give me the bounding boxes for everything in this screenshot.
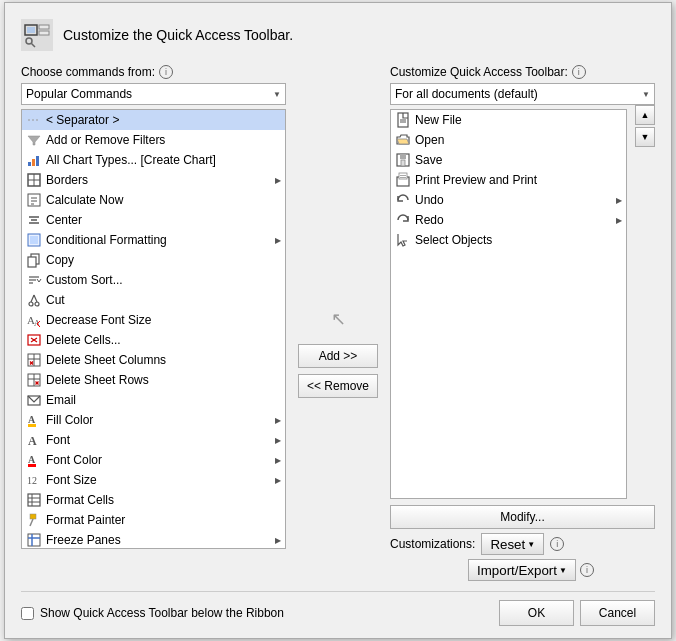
- undo-icon: [395, 192, 411, 208]
- right-info-icon[interactable]: i: [572, 65, 586, 79]
- right-list-item-redo[interactable]: Redo▶: [391, 210, 626, 230]
- center-icon: [26, 212, 42, 228]
- list-item-delete-cells[interactable]: Delete Cells...: [22, 330, 285, 350]
- right-dropdown[interactable]: For all documents (default) ▼: [390, 83, 655, 105]
- move-up-button[interactable]: ▲: [635, 105, 655, 125]
- list-item-text-separator: < Separator >: [46, 113, 281, 127]
- right-list-item-select-objects[interactable]: Select Objects: [391, 230, 626, 250]
- svg-line-30: [31, 295, 34, 302]
- right-section-label: Customize Quick Access Toolbar: i: [390, 65, 655, 79]
- list-item-text-center: Center: [46, 213, 281, 227]
- left-column: Choose commands from: i Popular Commands…: [21, 65, 286, 581]
- left-info-icon[interactable]: i: [159, 65, 173, 79]
- svg-line-59: [30, 519, 33, 526]
- add-remove-filters-icon: [26, 132, 42, 148]
- list-item-borders[interactable]: Borders▶: [22, 170, 285, 190]
- svg-rect-76: [400, 175, 406, 176]
- right-list-item-text-save: Save: [415, 153, 622, 167]
- right-list-item-text-new-file: New File: [415, 113, 622, 127]
- svg-rect-22: [30, 236, 38, 244]
- left-dropdown-arrow: ▼: [273, 90, 281, 99]
- right-list-item-new-file[interactable]: New File: [391, 110, 626, 130]
- redo-icon: [395, 212, 411, 228]
- right-list-item-save[interactable]: Save: [391, 150, 626, 170]
- list-item-delete-sheet-columns[interactable]: Delete Sheet Columns: [22, 350, 285, 370]
- list-item-decrease-font-size[interactable]: AADecrease Font Size: [22, 310, 285, 330]
- all-chart-types-icon: [26, 152, 42, 168]
- list-item-text-conditional-formatting: Conditional Formatting: [46, 233, 271, 247]
- right-list-item-undo[interactable]: Undo▶: [391, 190, 626, 210]
- svg-text:12: 12: [27, 475, 37, 486]
- list-item-text-font: Font: [46, 433, 271, 447]
- list-item-font-color[interactable]: AFont Color▶: [22, 450, 285, 470]
- show-toolbar-checkbox[interactable]: [21, 607, 34, 620]
- email-icon: [26, 392, 42, 408]
- svg-rect-73: [401, 160, 405, 166]
- svg-rect-52: [28, 464, 36, 467]
- move-down-button[interactable]: ▼: [635, 127, 655, 147]
- ok-button[interactable]: OK: [499, 600, 574, 626]
- svg-rect-54: [28, 494, 40, 506]
- toolbar-icon: [21, 19, 53, 51]
- decrease-font-size-icon: AA: [26, 312, 42, 328]
- list-item-format-cells[interactable]: Format Cells: [22, 490, 285, 510]
- list-item-cut[interactable]: Cut: [22, 290, 285, 310]
- list-item-delete-sheet-rows[interactable]: Delete Sheet Rows: [22, 370, 285, 390]
- cancel-button[interactable]: Cancel: [580, 600, 655, 626]
- list-item-center[interactable]: Center: [22, 210, 285, 230]
- left-dropdown[interactable]: Popular Commands ▼: [21, 83, 286, 105]
- font-color-icon: A: [26, 452, 42, 468]
- svg-rect-9: [32, 159, 35, 166]
- borders-icon: [26, 172, 42, 188]
- modify-button[interactable]: Modify...: [390, 505, 655, 529]
- list-item-custom-sort[interactable]: Custom Sort...: [22, 270, 285, 290]
- svg-rect-58: [30, 514, 36, 519]
- list-item-separator[interactable]: < Separator >: [22, 110, 285, 130]
- list-item-text-format-painter: Format Painter: [46, 513, 281, 527]
- freeze-panes-icon: [26, 532, 42, 548]
- list-item-fill-color[interactable]: AFill Color▶: [22, 410, 285, 430]
- list-item-calculate-now[interactable]: Calculate Now: [22, 190, 285, 210]
- calculate-now-icon: [26, 192, 42, 208]
- submenu-arrow-font-color: ▶: [275, 456, 281, 465]
- list-item-add-remove-filters[interactable]: Add or Remove Filters: [22, 130, 285, 150]
- svg-text:A: A: [28, 414, 36, 425]
- right-list-item-print-preview[interactable]: Print Preview and Print: [391, 170, 626, 190]
- add-button[interactable]: Add >>: [298, 344, 378, 368]
- remove-button[interactable]: << Remove: [298, 374, 378, 398]
- fill-color-icon: A: [26, 412, 42, 428]
- list-item-copy[interactable]: Copy: [22, 250, 285, 270]
- svg-rect-8: [28, 162, 31, 166]
- save-icon: [395, 152, 411, 168]
- import-export-info-icon[interactable]: i: [580, 563, 594, 577]
- customizations-label: Customizations:: [390, 537, 475, 551]
- submenu-arrow-font: ▶: [275, 436, 281, 445]
- svg-line-31: [34, 295, 37, 302]
- svg-marker-7: [28, 136, 40, 145]
- list-item-freeze-panes[interactable]: Freeze Panes▶: [22, 530, 285, 549]
- list-item-text-delete-sheet-columns: Delete Sheet Columns: [46, 353, 281, 367]
- svg-rect-10: [36, 156, 39, 166]
- reset-info-icon[interactable]: i: [550, 537, 564, 551]
- svg-rect-77: [400, 177, 406, 178]
- right-list-item-text-redo: Redo: [415, 213, 612, 227]
- separator-icon: [26, 112, 42, 128]
- list-item-font[interactable]: AFont▶: [22, 430, 285, 450]
- right-dropdown-arrow: ▼: [642, 90, 650, 99]
- left-list-box[interactable]: < Separator >Add or Remove FiltersAll Ch…: [21, 109, 286, 549]
- list-item-conditional-formatting[interactable]: Conditional Formatting▶: [22, 230, 285, 250]
- customize-toolbar-dialog: Customize the Quick Access Toolbar. Choo…: [4, 2, 672, 639]
- list-item-font-size[interactable]: 12Font Size▶: [22, 470, 285, 490]
- svg-line-5: [32, 44, 36, 48]
- list-item-email[interactable]: Email: [22, 390, 285, 410]
- dialog-title-text: Customize the Quick Access Toolbar.: [63, 27, 293, 43]
- format-painter-icon: [26, 512, 42, 528]
- right-list-item-open[interactable]: Open: [391, 130, 626, 150]
- list-item-text-freeze-panes: Freeze Panes: [46, 533, 271, 547]
- import-export-button[interactable]: Import/Export ▼: [468, 559, 576, 581]
- reset-button[interactable]: Reset ▼: [481, 533, 544, 555]
- svg-text:A: A: [28, 454, 36, 465]
- right-list-box[interactable]: New FileOpenSavePrint Preview and PrintU…: [390, 109, 627, 499]
- list-item-format-painter[interactable]: Format Painter: [22, 510, 285, 530]
- list-item-all-chart-types[interactable]: All Chart Types... [Create Chart]: [22, 150, 285, 170]
